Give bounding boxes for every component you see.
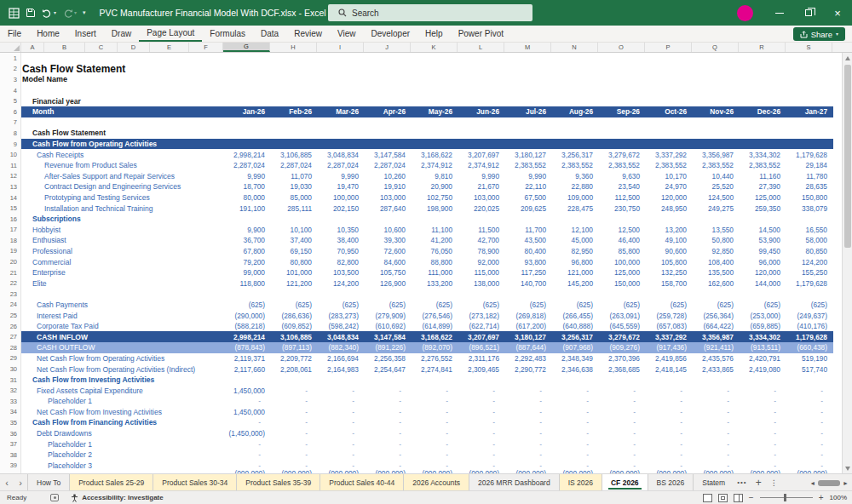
row-number[interactable]: 15 bbox=[0, 203, 21, 214]
data-cell[interactable]: - bbox=[504, 429, 551, 438]
sheet-tab-statem[interactable]: Statem bbox=[694, 474, 733, 490]
data-cell[interactable]: 53,900 bbox=[739, 236, 786, 244]
row-label-cell[interactable]: Interest Paid bbox=[21, 312, 223, 320]
column-header-I[interactable]: I bbox=[317, 43, 364, 52]
data-cell[interactable]: (625) bbox=[692, 301, 739, 309]
data-cell[interactable]: 3,207,697 bbox=[458, 333, 504, 341]
data-cell[interactable]: - bbox=[411, 450, 458, 459]
data-cell[interactable]: - bbox=[317, 450, 364, 459]
data-cell[interactable]: 18,700 bbox=[223, 182, 270, 191]
data-cell[interactable]: 1,179,628 bbox=[786, 333, 832, 341]
data-cell[interactable]: 105,800 bbox=[645, 258, 692, 266]
accessibility-status[interactable]: Accessibility: Investigate bbox=[71, 494, 164, 502]
row-number[interactable]: 12 bbox=[0, 171, 21, 182]
row-label-cell[interactable]: Cash Flow from Operating Activities bbox=[21, 140, 223, 148]
data-cell[interactable]: - bbox=[317, 418, 364, 427]
data-cell[interactable]: 3,180,127 bbox=[504, 333, 551, 341]
row-number[interactable]: 6 bbox=[0, 106, 21, 117]
data-cell[interactable]: 2,370,396 bbox=[598, 354, 645, 363]
data-cell[interactable]: 22,110 bbox=[504, 182, 551, 191]
row-number[interactable]: 30 bbox=[0, 364, 21, 375]
data-cell[interactable]: 11,160 bbox=[739, 172, 786, 180]
data-cell[interactable]: - bbox=[317, 440, 364, 449]
column-header-J[interactable]: J bbox=[364, 43, 411, 52]
data-cell[interactable]: - bbox=[692, 418, 739, 427]
data-cell[interactable]: - bbox=[223, 450, 270, 459]
data-cell[interactable]: 2,164,983 bbox=[317, 365, 364, 374]
data-cell[interactable]: - bbox=[270, 429, 317, 438]
data-cell[interactable]: 121,000 bbox=[551, 268, 598, 277]
data-cell[interactable]: (882,340) bbox=[317, 343, 364, 352]
vertical-scrollbar[interactable] bbox=[842, 53, 852, 473]
data-cell[interactable]: 11,100 bbox=[411, 226, 458, 234]
data-cell[interactable]: (657,083) bbox=[645, 322, 692, 330]
sheet-tab-product-sales-40-44[interactable]: Product Sales 40-44 bbox=[320, 474, 404, 490]
scroll-up-icon[interactable] bbox=[843, 53, 852, 63]
data-cell[interactable]: 108,400 bbox=[692, 258, 739, 266]
data-cell[interactable]: 145,200 bbox=[551, 279, 598, 288]
data-cell[interactable]: 12,500 bbox=[598, 226, 645, 234]
data-cell[interactable]: - bbox=[364, 429, 411, 438]
data-cell[interactable]: 2,276,552 bbox=[411, 354, 458, 363]
data-cell[interactable]: 2,383,552 bbox=[551, 161, 598, 169]
data-cell[interactable]: 2,166,694 bbox=[317, 354, 364, 363]
data-cell[interactable]: - bbox=[551, 429, 598, 438]
data-cell[interactable]: 2,383,552 bbox=[504, 161, 551, 169]
data-cell[interactable]: 124,500 bbox=[692, 193, 739, 202]
excel-app-icon[interactable] bbox=[9, 8, 20, 19]
data-cell[interactable]: 20,900 bbox=[411, 182, 458, 191]
save-icon[interactable] bbox=[26, 8, 36, 18]
data-cell[interactable]: - bbox=[692, 440, 739, 449]
data-cell[interactable]: - bbox=[458, 429, 504, 438]
data-cell[interactable]: 36,700 bbox=[223, 236, 270, 244]
row-label-cell[interactable]: Cash Flow Statement bbox=[21, 129, 223, 137]
data-cell[interactable]: 3,147,584 bbox=[364, 151, 411, 159]
zoom-out-icon[interactable]: − bbox=[749, 494, 754, 502]
data-cell[interactable]: 100,000 bbox=[598, 258, 645, 266]
data-cell[interactable]: 2,383,552 bbox=[598, 161, 645, 169]
data-cell[interactable]: (907,968) bbox=[551, 343, 598, 352]
data-cell[interactable]: 10,170 bbox=[645, 172, 692, 180]
data-cell[interactable]: 519,190 bbox=[786, 354, 832, 363]
data-cell[interactable]: 100,000 bbox=[317, 193, 364, 202]
column-header-C[interactable]: C bbox=[85, 43, 118, 52]
data-cell[interactable]: 25,520 bbox=[692, 182, 739, 191]
data-cell[interactable]: - bbox=[551, 450, 598, 459]
data-cell[interactable]: - bbox=[317, 397, 364, 405]
row-number[interactable]: 25 bbox=[0, 310, 21, 321]
row-number[interactable]: 19 bbox=[0, 246, 21, 257]
data-cell[interactable]: - bbox=[504, 397, 551, 405]
data-cell[interactable]: - bbox=[458, 387, 504, 395]
data-cell[interactable]: - bbox=[551, 418, 598, 427]
data-cell[interactable]: 220,025 bbox=[458, 204, 504, 213]
data-cell[interactable]: - bbox=[411, 397, 458, 405]
data-cell[interactable]: 39,300 bbox=[364, 236, 411, 244]
data-cell[interactable]: 13,200 bbox=[645, 226, 692, 234]
row-label-cell[interactable]: Placeholder 2 bbox=[21, 450, 223, 459]
data-cell[interactable]: 112,500 bbox=[598, 193, 645, 202]
data-cell[interactable]: (891,226) bbox=[364, 343, 411, 352]
data-cell[interactable]: 45,000 bbox=[551, 236, 598, 244]
data-cell[interactable]: 133,200 bbox=[411, 279, 458, 288]
data-cell[interactable]: 285,111 bbox=[270, 204, 317, 213]
sheet-tab-bs-2026[interactable]: BS 2026 bbox=[648, 474, 694, 490]
row-label-cell[interactable]: Fixed Assets Capital Expenditure bbox=[21, 387, 223, 395]
data-cell[interactable]: 80,000 bbox=[223, 193, 270, 202]
data-cell[interactable]: - bbox=[739, 408, 786, 416]
data-cell[interactable]: (617,200) bbox=[504, 322, 551, 330]
data-cell[interactable]: 14,500 bbox=[739, 226, 786, 234]
tab-scroll-right-icon[interactable]: ► bbox=[843, 480, 849, 486]
data-cell[interactable]: 3,168,622 bbox=[411, 333, 458, 341]
data-cell[interactable]: (921,411) bbox=[692, 343, 739, 352]
data-cell[interactable]: - bbox=[645, 418, 692, 427]
data-cell[interactable]: 117,250 bbox=[504, 268, 551, 277]
data-cell[interactable]: (625) bbox=[270, 301, 317, 309]
data-cell[interactable]: 37,400 bbox=[270, 236, 317, 244]
data-cell[interactable]: 10,350 bbox=[317, 226, 364, 234]
data-cell[interactable]: (266,455) bbox=[551, 312, 598, 320]
data-cell[interactable]: (614,899) bbox=[411, 322, 458, 330]
row-number[interactable]: 28 bbox=[0, 342, 21, 353]
data-cell[interactable]: (622,714) bbox=[458, 322, 504, 330]
data-cell[interactable]: - bbox=[739, 387, 786, 395]
data-cell[interactable]: (909,276) bbox=[598, 343, 645, 352]
